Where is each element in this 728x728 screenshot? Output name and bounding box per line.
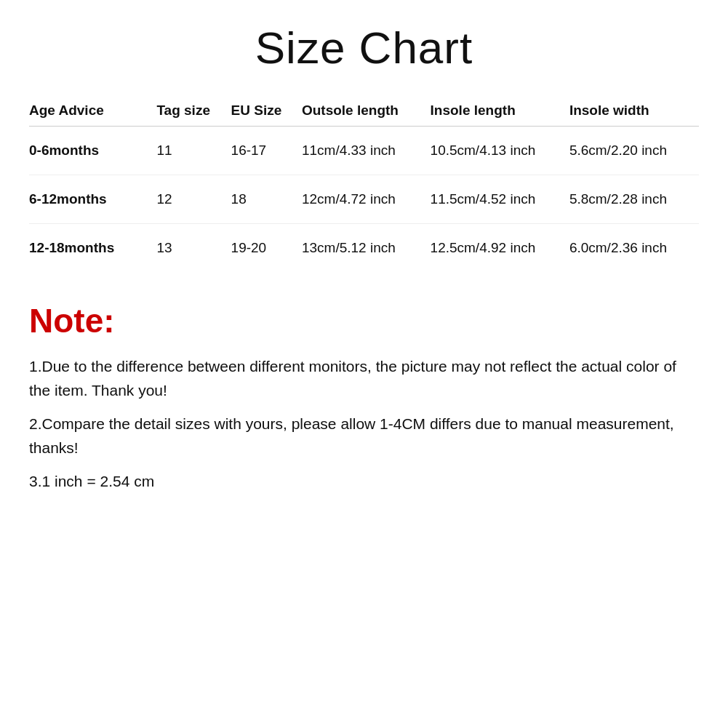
table-header-row: Age Advice Tag size EU Size Outsole leng…: [29, 95, 699, 127]
col-header-tag: Tag size: [156, 95, 231, 127]
cell-row2-col0: 12-18months: [29, 224, 156, 273]
note-item-3: 3.1 inch = 2.54 cm: [29, 470, 699, 494]
col-header-insole-width: Insole width: [569, 95, 699, 127]
page: Size Chart Age Advice Tag size EU Size O…: [0, 0, 728, 728]
note-item-2: 2.Compare the detail sizes with yours, p…: [29, 412, 699, 460]
size-chart-table: Age Advice Tag size EU Size Outsole leng…: [29, 95, 699, 272]
col-header-outsole: Outsole length: [302, 95, 431, 127]
note-section: Note: 1.Due to the difference between di…: [29, 301, 699, 494]
cell-row1-col2: 18: [231, 175, 302, 224]
cell-row2-col2: 19-20: [231, 224, 302, 273]
col-header-insole-length: Insole length: [431, 95, 569, 127]
table-row: 0-6months1116-1711cm/4.33 inch10.5cm/4.1…: [29, 127, 699, 175]
cell-row2-col4: 12.5cm/4.92 inch: [431, 224, 569, 273]
cell-row0-col1: 11: [156, 127, 231, 175]
cell-row1-col1: 12: [156, 175, 231, 224]
cell-row1-col3: 12cm/4.72 inch: [302, 175, 431, 224]
cell-row1-col5: 5.8cm/2.28 inch: [569, 175, 699, 224]
col-header-eu: EU Size: [231, 95, 302, 127]
cell-row0-col3: 11cm/4.33 inch: [302, 127, 431, 175]
cell-row2-col5: 6.0cm/2.36 inch: [569, 224, 699, 273]
table-row: 12-18months1319-2013cm/5.12 inch12.5cm/4…: [29, 224, 699, 273]
col-header-age: Age Advice: [29, 95, 156, 127]
table-row: 6-12months121812cm/4.72 inch11.5cm/4.52 …: [29, 175, 699, 224]
cell-row0-col5: 5.6cm/2.20 inch: [569, 127, 699, 175]
cell-row0-col4: 10.5cm/4.13 inch: [431, 127, 569, 175]
note-item-1: 1.Due to the difference between differen…: [29, 355, 699, 402]
cell-row0-col2: 16-17: [231, 127, 302, 175]
note-title: Note:: [29, 301, 699, 340]
cell-row2-col3: 13cm/5.12 inch: [302, 224, 431, 273]
cell-row0-col0: 0-6months: [29, 127, 156, 175]
cell-row1-col0: 6-12months: [29, 175, 156, 224]
cell-row1-col4: 11.5cm/4.52 inch: [431, 175, 569, 224]
cell-row2-col1: 13: [156, 224, 231, 273]
page-title: Size Chart: [29, 22, 699, 73]
